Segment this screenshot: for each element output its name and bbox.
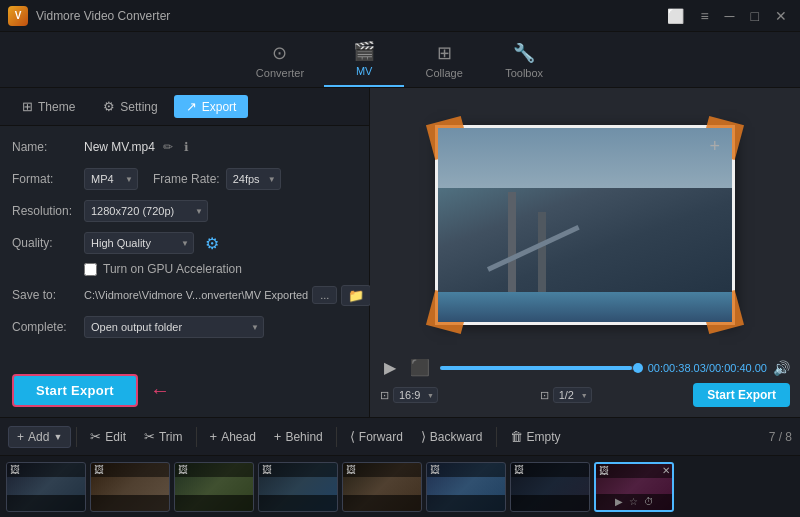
- fps-select-wrap: 24fps 25fps 30fps: [226, 168, 281, 190]
- clip8-close-icon[interactable]: ✕: [662, 465, 670, 476]
- timeline-clip-4[interactable]: 🖼: [258, 462, 338, 512]
- waterpark-structure: [448, 162, 722, 302]
- quality-row: Quality: High Quality Standard Quality L…: [12, 230, 357, 256]
- add-dropdown-icon: ▼: [53, 432, 62, 442]
- resolution-row: Resolution: 1280x720 (720p) 1920x1080 (1…: [12, 198, 357, 224]
- clip8-icon: 🖼: [599, 465, 609, 476]
- start-export-main-button[interactable]: Start Export: [12, 374, 138, 407]
- clip5-topbar: 🖼: [343, 463, 421, 477]
- ahead-button[interactable]: + Ahead: [202, 425, 264, 448]
- export-form: Name: New MV.mp4 ✏ ℹ Format: MP4 MOV AVI: [0, 126, 369, 364]
- info-btn[interactable]: ℹ: [181, 139, 192, 155]
- timeline-clip-2[interactable]: 🖼: [90, 462, 170, 512]
- quality-settings-icon[interactable]: ⚙: [205, 234, 219, 253]
- clip5-icon: 🖼: [346, 464, 356, 475]
- divider3: [336, 427, 337, 447]
- volume-icon[interactable]: 🔊: [773, 360, 790, 376]
- format-group: MP4 MOV AVI MKV Frame Rate: 24fps 25fps: [84, 168, 357, 190]
- message-btn[interactable]: ⬜: [662, 8, 689, 24]
- saveto-browse-btn[interactable]: ...: [312, 286, 337, 304]
- format-select[interactable]: MP4 MOV AVI MKV: [84, 168, 138, 190]
- forward-button[interactable]: ⟨ Forward: [342, 425, 411, 448]
- clips-select-wrap: 1/2 2/2: [553, 387, 592, 403]
- edit-button[interactable]: ✂ Edit: [82, 425, 134, 448]
- clips-group: ⊡ 1/2 2/2: [540, 387, 592, 403]
- clips-select[interactable]: 1/2 2/2: [553, 387, 592, 403]
- quality-select[interactable]: High Quality Standard Quality Low Qualit…: [84, 232, 194, 254]
- saveto-path-group: C:\Vidmore\Vidmore V...onverter\MV Expor…: [84, 285, 371, 306]
- ratio-select[interactable]: 16:9 4:3 1:1: [393, 387, 438, 403]
- timeline-clip-7[interactable]: 🖼: [510, 462, 590, 512]
- timeline-clip-8-active[interactable]: 🖼 ✕ ▶ ☆ ⏱: [594, 462, 674, 512]
- tab-theme[interactable]: ⊞ Theme: [10, 95, 87, 118]
- progress-bar[interactable]: [440, 366, 642, 370]
- preview-image: [438, 128, 732, 322]
- clip3-topbar: 🖼: [175, 463, 253, 477]
- backward-button[interactable]: ⟩ Backward: [413, 425, 491, 448]
- clip5-bottombar: [343, 495, 421, 511]
- preview-plus-icon[interactable]: +: [709, 136, 720, 157]
- nav-collage[interactable]: ⊞ Collage: [404, 36, 484, 87]
- nav-converter-label: Converter: [256, 67, 304, 79]
- timeline-clip-1[interactable]: 🖼: [6, 462, 86, 512]
- export-tab-icon: ↗: [186, 99, 197, 114]
- tab-setting[interactable]: ⚙ Setting: [91, 95, 169, 118]
- clip7-bottombar: [511, 495, 589, 511]
- theme-tab-icon: ⊞: [22, 99, 33, 114]
- timeline: 🖼 🖼 🖼 🖼 🖼 🖼 🖼: [0, 455, 800, 517]
- stop-button[interactable]: ⬛: [406, 356, 434, 379]
- edit-name-btn[interactable]: ✏: [160, 139, 176, 155]
- clip3-icon: 🖼: [178, 464, 188, 475]
- clip8-play-icon[interactable]: ▶: [615, 496, 623, 507]
- timeline-clip-6[interactable]: 🖼: [426, 462, 506, 512]
- clip7-icon: 🖼: [514, 464, 524, 475]
- fps-select[interactable]: 24fps 25fps 30fps: [226, 168, 281, 190]
- resolution-select[interactable]: 1280x720 (720p) 1920x1080 (1080p) 3840x2…: [84, 200, 208, 222]
- clip2-icon: 🖼: [94, 464, 104, 475]
- open-folder-btn[interactable]: 📁: [341, 285, 371, 306]
- nav-mv[interactable]: 🎬 MV: [324, 34, 404, 87]
- forward-label: Forward: [359, 430, 403, 444]
- start-export-right-button[interactable]: Start Export: [693, 383, 790, 407]
- maximize-btn[interactable]: □: [746, 8, 764, 24]
- quality-group: High Quality Standard Quality Low Qualit…: [84, 232, 357, 254]
- minimize-btn[interactable]: ─: [720, 8, 740, 24]
- play-button[interactable]: ▶: [380, 356, 400, 379]
- behind-button[interactable]: + Behind: [266, 425, 331, 448]
- behind-icon: +: [274, 429, 282, 444]
- clip4-bottombar: [259, 495, 337, 511]
- quality-select-wrap: High Quality Standard Quality Low Qualit…: [84, 232, 194, 254]
- resolution-label: Resolution:: [12, 204, 84, 218]
- nav-mv-label: MV: [356, 65, 373, 77]
- trim-button[interactable]: ✂ Trim: [136, 425, 191, 448]
- gpu-checkbox[interactable]: [84, 263, 97, 276]
- clips-icon: ⊡: [540, 389, 549, 402]
- time-display: 00:00:38.03/00:00:40.00: [648, 362, 767, 374]
- clip1-icon: 🖼: [10, 464, 20, 475]
- clip8-bottombar: ▶ ☆ ⏱: [596, 494, 672, 510]
- content-area: ⊞ Theme ⚙ Setting ↗ Export Name: New MV.…: [0, 88, 800, 417]
- nav-toolbox[interactable]: 🔧 Toolbox: [484, 36, 564, 87]
- left-panel: ⊞ Theme ⚙ Setting ↗ Export Name: New MV.…: [0, 88, 370, 417]
- add-button[interactable]: + Add ▼: [8, 426, 71, 448]
- resolution-select-wrap: 1280x720 (720p) 1920x1080 (1080p) 3840x2…: [84, 200, 208, 222]
- window-controls: ⬜ ≡ ─ □ ✕: [662, 8, 792, 24]
- saveto-row: Save to: C:\Vidmore\Vidmore V...onverter…: [12, 282, 357, 308]
- settings-btn[interactable]: ≡: [695, 8, 713, 24]
- timeline-clip-3[interactable]: 🖼: [174, 462, 254, 512]
- empty-button[interactable]: 🗑 Empty: [502, 425, 569, 448]
- nav-converter[interactable]: ⊙ Converter: [236, 36, 324, 87]
- clip8-star-icon[interactable]: ☆: [629, 496, 638, 507]
- timeline-clip-5[interactable]: 🖼: [342, 462, 422, 512]
- tab-export[interactable]: ↗ Export: [174, 95, 249, 118]
- trim-label: Trim: [159, 430, 183, 444]
- tower1: [508, 192, 516, 302]
- fps-label: Frame Rate:: [153, 172, 220, 186]
- close-btn[interactable]: ✕: [770, 8, 792, 24]
- clip4-icon: 🖼: [262, 464, 272, 475]
- saveto-label: Save to:: [12, 288, 84, 302]
- complete-select[interactable]: Open output folder Do nothing Shut down: [84, 316, 264, 338]
- nav-toolbox-label: Toolbox: [505, 67, 543, 79]
- clip8-clock-icon[interactable]: ⏱: [644, 496, 654, 507]
- name-row: Name: New MV.mp4 ✏ ℹ: [12, 134, 357, 160]
